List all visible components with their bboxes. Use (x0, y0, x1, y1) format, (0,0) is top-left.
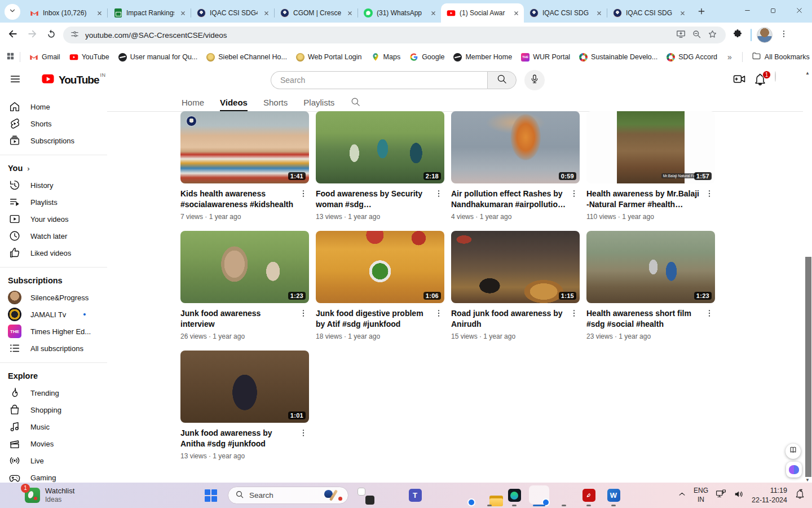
video-menu-button[interactable] (434, 189, 443, 200)
browser-tab[interactable]: (1) Social Awar (441, 3, 524, 23)
video-menu-button[interactable] (299, 309, 308, 320)
bookmark-item[interactable]: Gmail (25, 50, 65, 64)
sidebar-item-times-higher-ed-[interactable]: THE Times Higher Ed... (0, 323, 107, 340)
tab-home[interactable]: Home (182, 94, 204, 111)
scrollbar-thumb[interactable] (805, 257, 811, 477)
sidebar-item-your-videos[interactable]: Your videos (0, 211, 107, 227)
video-title[interactable]: Junk food awareness by Anitha #sdg #junk… (180, 428, 295, 449)
sidebar-item-trending[interactable]: Trending (0, 384, 107, 401)
tab-shorts[interactable]: Shorts (263, 94, 288, 111)
taskbar-app-task-view[interactable] (353, 483, 378, 508)
video-menu-button[interactable] (434, 309, 443, 320)
speaker-icon[interactable] (734, 489, 744, 502)
video-thumbnail[interactable]: 1:15 (451, 231, 580, 303)
browser-menu-button[interactable] (774, 25, 793, 45)
taskbar-app-webex[interactable] (502, 483, 527, 508)
video-thumbnail[interactable]: Mr.Balaji Natural Far 1:57 (586, 111, 715, 183)
taskbar-app-chrome-active[interactable] (527, 483, 551, 508)
channel-search-button[interactable] (350, 94, 361, 111)
account-avatar-button[interactable] (775, 72, 776, 82)
tab-close-button[interactable] (95, 8, 104, 17)
language-indicator[interactable]: ENGIN (694, 487, 708, 504)
forward-button[interactable] (23, 25, 42, 45)
taskbar-app-word[interactable]: W (601, 483, 626, 508)
video-thumbnail[interactable]: 1:41 (180, 111, 309, 183)
bookmark-star-button[interactable] (704, 27, 720, 43)
tray-chevron-up-icon[interactable] (678, 490, 686, 501)
sidebar-item-watch-later[interactable]: Watch later (0, 227, 107, 244)
video-thumbnail[interactable]: 1:23 (586, 231, 715, 303)
taskbar-app-copilot[interactable] (378, 483, 403, 508)
new-tab-button[interactable] (694, 5, 709, 20)
create-button[interactable] (732, 73, 747, 87)
notifications-button[interactable]: 1 (753, 73, 768, 87)
taskbar-app-explorer[interactable] (477, 483, 502, 508)
video-title[interactable]: Food awareness by Security woman #sdg #s… (316, 189, 431, 210)
bookmark-item[interactable]: THEWUR Portal (517, 51, 575, 64)
bookmark-item[interactable]: Siebel eChannel Ho... (202, 51, 292, 64)
browser-tab[interactable]: IQAC CSI SDG (607, 3, 690, 23)
sidebar-item-home[interactable]: Home (0, 98, 107, 115)
bookmark-item[interactable]: Maps (367, 50, 405, 64)
guide-menu-button[interactable] (8, 73, 23, 87)
sidebar-item-subscriptions[interactable]: Subscriptions (0, 132, 107, 149)
scrollbar-up-arrow[interactable]: ▲ (805, 71, 810, 76)
video-thumbnail[interactable]: 2:18 (316, 111, 444, 183)
video-menu-button[interactable] (570, 189, 579, 200)
bookmark-item[interactable]: Web Portal Login (292, 51, 367, 64)
bookmark-item[interactable]: Google (405, 50, 449, 64)
browser-tab[interactable]: CGOM | Crescent (275, 3, 358, 23)
sidebar-item-shorts[interactable]: Shorts (0, 115, 107, 132)
browser-tab[interactable]: (31) WhatsApp (358, 3, 441, 23)
video-thumbnail[interactable]: 1:01 (180, 351, 309, 423)
video-menu-button[interactable] (299, 428, 308, 440)
site-info-icon[interactable] (70, 29, 80, 41)
video-title[interactable]: Health awareness short film #sdg #social… (586, 308, 701, 330)
tab-videos[interactable]: Videos (220, 94, 248, 111)
taskbar-app-brain[interactable] (551, 483, 576, 508)
maximize-button[interactable] (760, 0, 786, 23)
video-menu-button[interactable] (570, 309, 579, 320)
taskbar-search[interactable]: Search (228, 487, 348, 504)
back-button[interactable] (3, 25, 23, 45)
video-title[interactable]: Air pollution effect Rashes by Nandhakum… (451, 189, 566, 210)
bookmark-item[interactable]: Member Home (449, 51, 517, 64)
search-input[interactable]: Search (271, 71, 487, 89)
sidebar-item-history[interactable]: History (0, 177, 107, 194)
voice-search-button[interactable] (524, 70, 545, 90)
profile-button[interactable] (755, 25, 774, 45)
tab-close-button[interactable] (594, 8, 603, 17)
tab-close-button[interactable] (429, 8, 438, 17)
taskbar-app-chrome[interactable] (452, 483, 477, 508)
tab-playlists[interactable]: Playlists (303, 94, 334, 111)
sidebar-item-music[interactable]: Music (0, 418, 107, 435)
address-bar[interactable]: youtube.com/@SAC-CrescentCSE/videos (63, 27, 726, 43)
sidebar-item-silence-progress[interactable]: Silence&Progress (0, 289, 107, 306)
browser-tab[interactable]: IQAC CSI SDG (524, 3, 607, 23)
video-thumbnail[interactable]: 0:59 (451, 111, 580, 183)
sidebar-item-liked-videos[interactable]: Liked videos (0, 244, 107, 261)
video-title[interactable]: Kids health awareness #socialawareness #… (180, 189, 295, 210)
tab-close-button[interactable] (345, 8, 354, 17)
bookmark-item[interactable]: Sustainable Develo... (575, 51, 662, 64)
sidebar-item-movies[interactable]: Movies (0, 435, 107, 452)
close-button[interactable] (786, 0, 812, 23)
browser-tab[interactable]: Inbox (10,726) (24, 3, 107, 23)
taskbar-app-teams[interactable]: T (403, 483, 427, 508)
tab-close-button[interactable] (178, 8, 187, 17)
video-menu-button[interactable] (299, 189, 308, 200)
video-title[interactable]: Health awareness by Mr.Balaji -Natural F… (586, 189, 701, 210)
video-title[interactable]: Junk food digestive problem by Atif #sdg… (316, 308, 431, 330)
apps-grid-icon[interactable] (6, 51, 15, 63)
taskbar-clock[interactable]: 11:1922-11-2024 (752, 486, 787, 505)
video-menu-button[interactable] (705, 189, 714, 200)
sidebar-item-gaming[interactable]: Gaming (0, 469, 107, 483)
sidebar-item-shopping[interactable]: Shopping (0, 401, 107, 418)
reload-button[interactable] (42, 25, 61, 45)
minimize-button[interactable] (734, 0, 760, 23)
tab-search-button[interactable] (5, 4, 20, 20)
taskbar-app-acrobat[interactable] (576, 483, 601, 508)
bookmark-item[interactable]: YouTube (65, 50, 114, 64)
bookmarks-overflow-button[interactable]: » (722, 52, 738, 62)
start-button[interactable] (198, 483, 223, 508)
